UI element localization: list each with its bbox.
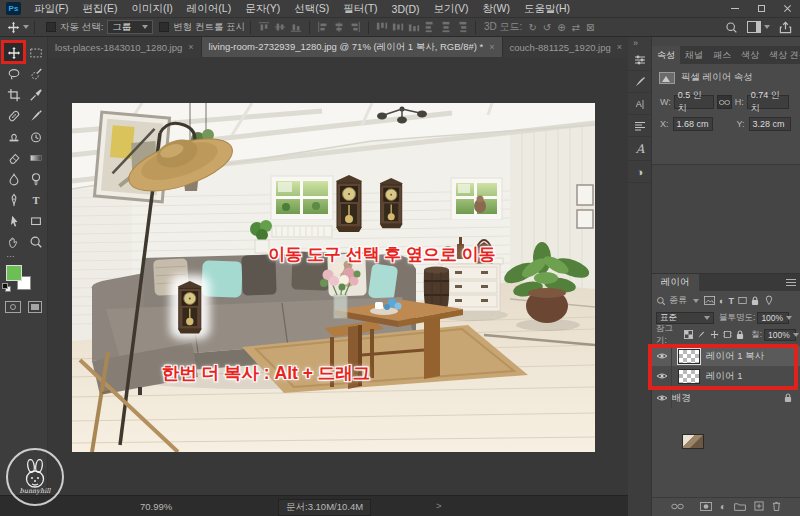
- tool-preset[interactable]: [7, 21, 29, 34]
- maximize-button[interactable]: [748, 0, 774, 18]
- default-colors-icon[interactable]: [2, 283, 11, 292]
- menu-type[interactable]: 문자(Y): [238, 2, 287, 16]
- clone-stamp-tool[interactable]: [4, 127, 24, 146]
- gradient-tool[interactable]: [26, 148, 46, 167]
- lasso-tool[interactable]: [4, 64, 24, 83]
- minimize-button[interactable]: [722, 0, 748, 18]
- new-layer-icon[interactable]: [754, 501, 764, 511]
- pen-tool[interactable]: [4, 190, 24, 209]
- menu-select[interactable]: 선택(S): [287, 2, 336, 16]
- status-chevron-icon[interactable]: >: [436, 500, 442, 511]
- workspace-switcher[interactable]: [747, 21, 770, 33]
- menu-image[interactable]: 이미지(I): [124, 2, 179, 16]
- align-left-icon[interactable]: [317, 21, 329, 33]
- close-tab-icon[interactable]: ×: [617, 42, 622, 52]
- menu-3d[interactable]: 3D(D): [385, 3, 427, 15]
- 3d-roll-icon[interactable]: ↺: [543, 22, 551, 33]
- filter-type-icon[interactable]: T: [728, 296, 734, 306]
- kind-filter[interactable]: 종류: [669, 294, 687, 307]
- tab-swatches[interactable]: 색상 견본: [764, 46, 800, 64]
- align-top-icon[interactable]: [258, 21, 270, 33]
- brush-settings-panel-button[interactable]: [628, 49, 652, 71]
- visibility-toggle[interactable]: [652, 388, 672, 408]
- menu-edit[interactable]: 편집(E): [75, 2, 124, 16]
- edit-toolbar-button[interactable]: …: [6, 249, 16, 259]
- tab-paths[interactable]: 패스: [708, 46, 736, 64]
- 3d-scale-icon[interactable]: ⊠: [586, 22, 594, 33]
- document-size-info[interactable]: 문서:3.10M/10.4M: [278, 499, 371, 516]
- tab-couch[interactable]: couch-881125_1920.jpg×: [503, 37, 628, 57]
- tab-properties[interactable]: 속성: [652, 46, 680, 64]
- filter-shape-icon[interactable]: [738, 296, 747, 305]
- add-mask-icon[interactable]: [700, 502, 712, 511]
- filter-smart-icon[interactable]: [751, 296, 759, 306]
- tab-layers[interactable]: 레이어: [652, 274, 699, 291]
- close-button[interactable]: [774, 0, 800, 18]
- align-middle-icon[interactable]: [274, 21, 286, 33]
- history-brush-tool[interactable]: [26, 127, 46, 146]
- blur-tool[interactable]: [4, 169, 24, 188]
- character-panel-button[interactable]: A|: [628, 93, 652, 115]
- auto-select-checkbox[interactable]: [46, 22, 56, 32]
- healing-brush-tool[interactable]: [4, 106, 24, 125]
- distribute-bottom-icon[interactable]: [408, 21, 420, 33]
- filter-adjustment-icon[interactable]: ◐: [719, 296, 724, 306]
- dodge-tool[interactable]: [26, 169, 46, 188]
- quick-mask-button[interactable]: [5, 301, 21, 313]
- layer-thumbnail[interactable]: [682, 434, 704, 449]
- menu-view[interactable]: 보기(V): [427, 2, 476, 16]
- marquee-tool[interactable]: [26, 43, 46, 62]
- lock-move-icon[interactable]: [710, 330, 719, 339]
- tab-living-room[interactable]: living-room-2732939_1280.jpg @ 71% (레이어 …: [202, 37, 502, 57]
- align-bottom-icon[interactable]: [290, 21, 302, 33]
- adjustments-panel-button[interactable]: ◑: [628, 161, 652, 183]
- screen-mode-button[interactable]: [28, 301, 42, 313]
- auto-select-dropdown[interactable]: 그룹: [107, 20, 153, 34]
- distribute-top-icon[interactable]: [376, 21, 388, 33]
- show-transform-checkbox[interactable]: [159, 22, 169, 32]
- share-icon[interactable]: [779, 21, 792, 34]
- link-layers-icon[interactable]: [671, 503, 684, 510]
- lock-all-icon[interactable]: [736, 330, 744, 340]
- fill-field[interactable]: 100%: [764, 329, 796, 341]
- height-field[interactable]: 0.74 인치: [747, 95, 789, 109]
- brush-tool[interactable]: [26, 106, 46, 125]
- close-tab-icon[interactable]: ×: [188, 42, 193, 52]
- shape-tool[interactable]: [26, 211, 46, 230]
- 3d-orbit-icon[interactable]: ↻: [528, 22, 536, 33]
- quick-select-tool[interactable]: [26, 64, 46, 83]
- x-field[interactable]: 1.68 cm: [673, 117, 713, 131]
- tab-channels[interactable]: 채널: [680, 46, 708, 64]
- align-center-icon[interactable]: [333, 21, 345, 33]
- distribute-right-icon[interactable]: [456, 21, 468, 33]
- eyedropper-tool[interactable]: [26, 85, 46, 104]
- layer-row-background[interactable]: 배경: [652, 388, 800, 408]
- eraser-tool[interactable]: [4, 148, 24, 167]
- path-select-tool[interactable]: [4, 211, 24, 230]
- menu-layer[interactable]: 레이어(L): [180, 2, 238, 16]
- delete-layer-icon[interactable]: [772, 501, 781, 511]
- opacity-field[interactable]: 100%: [757, 312, 789, 324]
- distribute-middle-icon[interactable]: [392, 21, 404, 33]
- menu-filter[interactable]: 필터(T): [336, 2, 384, 16]
- foreground-color-swatch[interactable]: [6, 265, 22, 281]
- menu-file[interactable]: 파일(F): [27, 2, 75, 16]
- paragraph-panel-button[interactable]: [628, 115, 652, 137]
- search-icon[interactable]: [725, 21, 738, 34]
- distribute-left-icon[interactable]: [424, 21, 436, 33]
- lock-paint-icon[interactable]: [697, 330, 706, 339]
- 3d-pan-icon[interactable]: ⊕: [557, 22, 565, 33]
- canvas-area[interactable]: 이동 도구 선택 후 옆으로 이동 한번 더 복사 : Alt + 드래그: [48, 57, 628, 495]
- tab-color[interactable]: 색상: [736, 46, 764, 64]
- crop-tool[interactable]: [4, 85, 24, 104]
- layer-name[interactable]: 배경: [672, 392, 691, 405]
- zoom-tool[interactable]: [26, 232, 46, 251]
- align-right-icon[interactable]: [349, 21, 361, 33]
- lock-artboard-icon[interactable]: [723, 330, 732, 339]
- filter-toggle-icon[interactable]: [765, 295, 773, 306]
- tab-lost-places[interactable]: lost-places-1843010_1280.jpg×: [48, 37, 201, 57]
- zoom-level-field[interactable]: 70.99%: [140, 501, 172, 512]
- 3d-slide-icon[interactable]: ⇄: [572, 22, 580, 33]
- width-field[interactable]: 0.5 인치: [674, 95, 714, 109]
- expand-panels-icon[interactable]: »: [633, 38, 638, 48]
